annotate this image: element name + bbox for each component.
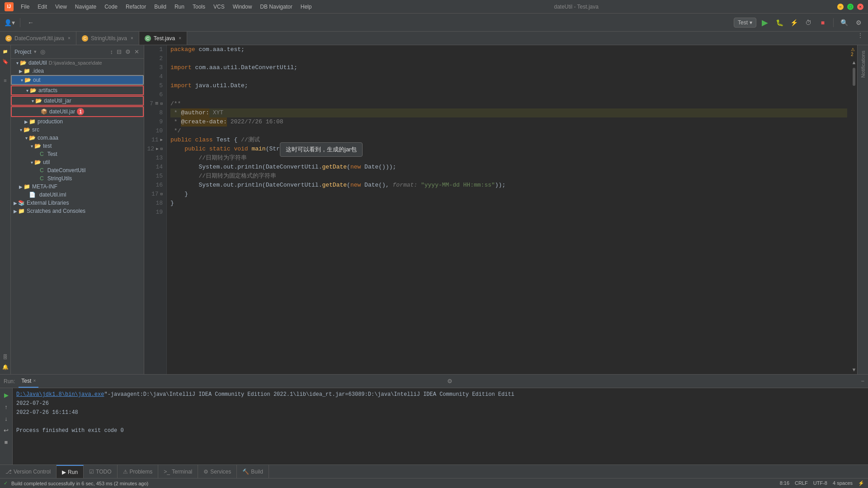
scroll-down-button[interactable]: ↓ (1, 413, 11, 423)
code-content[interactable]: package com.aaa.test; import com.aaa.uti… (167, 45, 851, 374)
stop-button[interactable]: ■ (817, 17, 829, 28)
tab-dateconvertutil[interactable]: C DateConvertUtil.java × (0, 32, 76, 45)
tree-item-test-class[interactable]: C Test (11, 150, 144, 158)
run-configuration[interactable]: Test ▾ (734, 18, 756, 28)
close-button[interactable]: × (857, 4, 863, 10)
search-everywhere-icon[interactable]: 🔍 (838, 17, 850, 28)
tree-item-metainf[interactable]: ▶ 📁 META-INF (11, 183, 144, 191)
tab-test[interactable]: C Test.java × (139, 32, 187, 45)
project-sidebar-icon[interactable]: 📁 (1, 47, 10, 56)
account-icon[interactable]: 👤▾ (4, 17, 15, 28)
menu-vcs[interactable]: VCS (210, 3, 228, 11)
code-editor[interactable]: 1 2 3 4 5 6 7 ≡ ⊟ 8 9 10 11 ▶ 12 ▶ ⊟ 13 … (144, 45, 857, 374)
bottom-tab-todo[interactable]: ☑ TODO (84, 465, 117, 478)
collapse-all-icon[interactable]: ⊟ (116, 47, 123, 56)
window-controls[interactable]: − □ × (837, 4, 863, 10)
back-icon[interactable]: ← (25, 17, 37, 28)
panel-settings-icon[interactable]: ⚙ (447, 378, 453, 385)
minimize-button[interactable]: − (837, 4, 844, 10)
tree-item-util-folder[interactable]: ▾ 📂 util (11, 158, 144, 166)
menu-run[interactable]: Run (171, 3, 188, 11)
settings-icon[interactable]: ⚙ (124, 47, 132, 56)
expand-arrow[interactable]: ▾ (14, 61, 20, 66)
coverage-button[interactable]: ⚡ (788, 17, 800, 28)
tree-item-external-libs[interactable]: ▶ 📚 External Libraries (11, 199, 144, 207)
bottom-tab-version-control[interactable]: ⎇ Version Control (0, 465, 57, 478)
java-exe-link[interactable]: D:\Java\jdk1.8\bin\java.exe (16, 391, 104, 398)
rerun-button[interactable]: ▶ (1, 390, 11, 400)
tree-item-dateutiljar-folder[interactable]: ▾ 📂 dateUtil_jar (11, 96, 144, 106)
maximize-button[interactable]: □ (847, 4, 854, 10)
menu-help[interactable]: Help (297, 3, 316, 11)
tree-item-stringutils[interactable]: C StringUtils (11, 174, 144, 183)
scroll-up-icon[interactable]: ▲ (852, 60, 857, 65)
tree-item-scratches[interactable]: ▶ 📁 Scratches and Consoles (11, 207, 144, 215)
bottom-tab-services[interactable]: ⚙ Services (198, 465, 237, 478)
line-ending[interactable]: CRLF (795, 480, 808, 486)
expand-arrow[interactable]: ▶ (18, 69, 24, 74)
tab-stringutils[interactable]: C StringUtils.java × (76, 32, 139, 45)
tree-item-dateutiliml[interactable]: 📄 dateUtil.iml (11, 191, 144, 199)
tree-item-dateutil[interactable]: ▾ 📂 dateUtil D:\java\idea_space\date (11, 59, 144, 67)
expand-arrow[interactable]: ▶ (18, 184, 24, 189)
expand-arrow[interactable]: ▶ (13, 209, 18, 214)
bottom-tab-terminal[interactable]: >_ Terminal (158, 465, 198, 478)
expand-arrow[interactable]: ▶ (24, 119, 29, 124)
structure-sidebar-icon[interactable]: ≡ (1, 76, 10, 85)
tree-item-production[interactable]: ▶ 📁 production (11, 117, 144, 126)
notifications-sidebar-icon[interactable]: 🔔 (1, 362, 10, 371)
bookmark-sidebar-icon[interactable]: 🔖 (1, 57, 10, 66)
menu-code[interactable]: Code (101, 3, 121, 11)
tab-overflow-button[interactable]: ⋮ (853, 32, 868, 45)
db-browser-sidebar-icon[interactable]: 🗄 (1, 352, 10, 361)
tree-item-test-folder[interactable]: ▾ 📂 test (11, 142, 144, 150)
tree-item-dateconvertutil[interactable]: C DateConvertUtil (11, 166, 144, 174)
expand-arrow[interactable]: ▾ (29, 160, 34, 165)
tree-item-out[interactable]: ▾ 📂 out (11, 75, 144, 85)
encoding[interactable]: UTF-8 (813, 480, 827, 486)
hide-icon[interactable]: ✕ (133, 47, 140, 56)
expand-arrow[interactable]: ▾ (24, 136, 29, 141)
tree-item-dateutiljar[interactable]: 📦 dateUtil.jar 1 (11, 106, 144, 117)
profile-button[interactable]: ⏱ (802, 17, 814, 28)
stop-run-button[interactable]: ■ (1, 437, 11, 447)
tab-close-dateconvertutil[interactable]: × (68, 36, 71, 41)
sort-icon[interactable]: ↕ (109, 47, 114, 56)
panel-hide-icon[interactable]: − (861, 378, 864, 385)
menu-build[interactable]: Build (151, 3, 170, 11)
locate-icon[interactable]: ◎ (39, 47, 46, 56)
expand-arrow[interactable]: ▾ (19, 78, 24, 83)
expand-arrow[interactable]: ▶ (13, 201, 18, 206)
menu-navigate[interactable]: Navigate (71, 3, 100, 11)
tree-item-idea[interactable]: ▶ 📁 .idea (11, 67, 144, 75)
expand-arrow[interactable]: ▾ (18, 127, 24, 132)
scroll-down-icon[interactable]: ▼ (852, 367, 857, 372)
tab-close-test[interactable]: × (179, 36, 181, 41)
wrap-button[interactable]: ↩ (1, 425, 11, 435)
bottom-tab-run[interactable]: ▶ Run (57, 465, 84, 478)
indent-label[interactable]: 4 spaces (833, 480, 853, 486)
menu-file[interactable]: File (17, 3, 33, 11)
run-tab-test[interactable]: Test × (19, 375, 38, 388)
expand-arrow[interactable]: ▾ (30, 99, 35, 103)
bottom-tab-problems[interactable]: ⚠ Problems (118, 465, 159, 478)
menu-tools[interactable]: Tools (189, 3, 209, 11)
tree-item-src[interactable]: ▾ 📂 src (11, 126, 144, 134)
bottom-tab-build[interactable]: 🔨 Build (237, 465, 269, 478)
cursor-position[interactable]: 8:16 (780, 480, 789, 486)
settings-icon[interactable]: ⚙ (853, 17, 864, 28)
tree-item-comaaa[interactable]: ▾ 📂 com.aaa (11, 134, 144, 142)
expand-arrow[interactable]: ▾ (24, 88, 30, 93)
expand-arrow[interactable]: ▾ (29, 144, 34, 149)
tree-item-artifacts[interactable]: ▾ 📂 artifacts (11, 85, 144, 95)
menu-view[interactable]: View (52, 3, 71, 11)
menu-edit[interactable]: Edit (34, 3, 51, 11)
tab-close-stringutils[interactable]: × (131, 36, 133, 41)
run-button[interactable]: ▶ (759, 17, 771, 28)
scroll-up-button[interactable]: ↑ (1, 402, 11, 412)
debug-button[interactable]: 🐛 (774, 17, 785, 28)
menu-refactor[interactable]: Refactor (122, 3, 150, 11)
menu-db-navigator[interactable]: DB Navigator (256, 3, 296, 11)
menu-bar[interactable]: File Edit View Navigate Code Refactor Bu… (17, 3, 315, 11)
menu-window[interactable]: Window (229, 3, 256, 11)
